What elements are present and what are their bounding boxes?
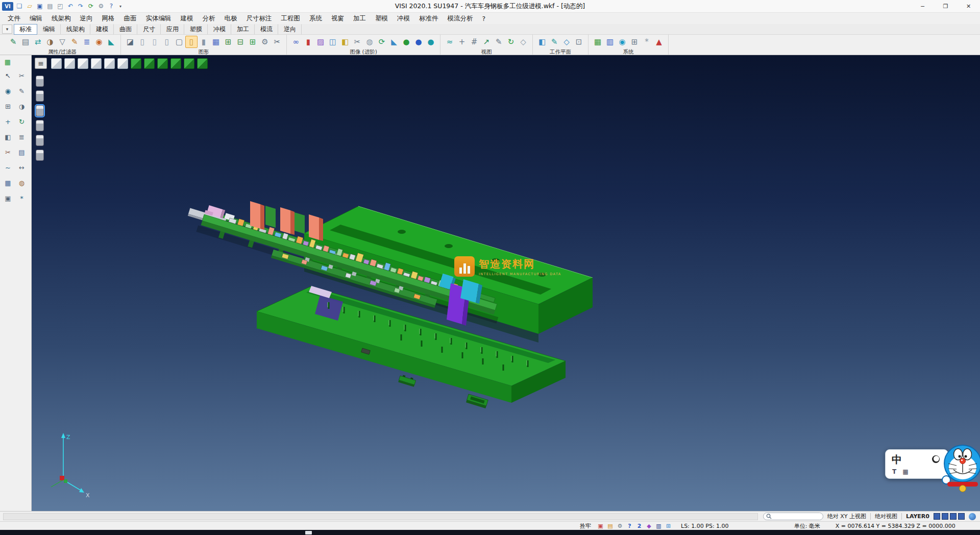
settings-red-icon[interactable]: ▲	[653, 36, 665, 48]
open-file-icon[interactable]: ▱	[24, 2, 35, 11]
new-file-icon[interactable]: ❏	[14, 2, 24, 11]
ribbon-tab[interactable]: 曲面	[114, 24, 137, 35]
color-filter-icon[interactable]: ◉	[93, 36, 105, 48]
status-search-box[interactable]	[763, 513, 823, 520]
grid-tool-icon[interactable]: ⊞	[2, 101, 14, 112]
sphere-green-icon[interactable]: ●	[400, 36, 412, 48]
minimize-button[interactable]: ─	[911, 0, 934, 12]
clip-plane-icon-2[interactable]	[36, 90, 44, 102]
layer-remove-icon[interactable]: ⊟	[234, 36, 247, 48]
workplane-align-icon[interactable]: ◇	[560, 36, 573, 48]
ribbon-tab[interactable]: 模流	[255, 24, 278, 35]
view-refresh-icon[interactable]: ↻	[505, 36, 517, 48]
absolute-view-label[interactable]: 绝对视图	[875, 513, 897, 520]
view-glasses-icon[interactable]: ∞	[290, 36, 302, 48]
view-top-icon[interactable]	[64, 58, 75, 69]
render-transparent-icon[interactable]	[184, 58, 194, 69]
menu-item[interactable]: 塑模	[371, 14, 393, 23]
notes-tool-icon[interactable]: ▤	[16, 147, 28, 158]
cut-tool-icon[interactable]: ✂	[2, 147, 14, 158]
menu-item[interactable]: 文件	[3, 14, 25, 23]
curve-tool-icon[interactable]: ~	[2, 162, 14, 173]
blank-element-icon[interactable]: ▯	[136, 36, 149, 48]
solid-display-icon[interactable]: ▮	[198, 36, 210, 48]
lock-toggle[interactable]: 拴牢	[577, 522, 594, 530]
workplane-view-icon[interactable]: ⊡	[573, 36, 585, 48]
select-box-icon[interactable]: ▢	[173, 36, 185, 48]
palette-tool-icon[interactable]: ◍	[16, 177, 28, 188]
active-layer-label[interactable]: LAYER0	[906, 513, 929, 520]
ribbon-tab[interactable]: 线架构	[61, 24, 90, 35]
menu-item[interactable]: 线架构	[47, 14, 76, 23]
mirror-tool-icon[interactable]: ◧	[2, 131, 14, 142]
view-isometric-icon[interactable]	[51, 58, 62, 69]
qat-more-button[interactable]: ▾	[117, 2, 124, 11]
refresh-icon[interactable]: ⟳	[86, 2, 96, 11]
workplane-edit-icon[interactable]: ✎	[548, 36, 560, 48]
menu-item[interactable]: 标准件	[414, 14, 443, 23]
section-cut-icon[interactable]: ✂	[351, 36, 363, 48]
render-hidden-line-icon[interactable]	[144, 58, 155, 69]
ribbon-tab[interactable]: 尺寸	[137, 24, 161, 35]
group-elements-icon[interactable]: ▦	[210, 36, 222, 48]
image-export-icon[interactable]: ▤	[606, 522, 615, 530]
viewport-3d[interactable]: Z X ≡ 智造资料网 INTELLIGENT MA	[32, 55, 980, 511]
undo-icon[interactable]: ↶	[65, 2, 76, 11]
menu-item[interactable]: 工程图	[277, 14, 305, 23]
viewport-menu-icon[interactable]: ≡	[35, 58, 47, 69]
ime-keyboard-icon[interactable]: ▦	[902, 468, 908, 475]
render-traffic-icon[interactable]: ▮	[302, 36, 314, 48]
ribbon-tab[interactable]: 逆向	[278, 24, 302, 35]
layer-color-swatch[interactable]	[958, 513, 965, 520]
view-back-icon[interactable]	[117, 58, 128, 69]
view-edit-icon[interactable]: ✎	[493, 36, 505, 48]
macro-tool-icon[interactable]: *	[16, 192, 28, 204]
menu-item[interactable]: 冲模	[393, 14, 414, 23]
zoom-extents-icon[interactable]: ↗	[480, 36, 493, 48]
color-table-icon[interactable]: ▦	[592, 36, 604, 48]
clip-plane-icon-3[interactable]	[36, 105, 44, 116]
tab-overflow-button[interactable]: ▾	[2, 25, 12, 34]
transparency-icon[interactable]: ◍	[363, 36, 376, 48]
ribbon-tab[interactable]: 标准	[14, 24, 37, 35]
dimension-tool-icon[interactable]: ↔	[16, 162, 28, 173]
menu-item[interactable]: 网格	[97, 14, 119, 23]
menu-item[interactable]: 视窗	[327, 14, 349, 23]
highlight-element-icon[interactable]: ▯	[185, 36, 198, 48]
render-wireframe-icon[interactable]	[131, 58, 141, 69]
gear-tools-icon[interactable]: ⚙	[259, 36, 271, 48]
layers-tool-icon[interactable]: ▦	[2, 177, 14, 188]
ribbon-tab[interactable]: 塑膜	[184, 24, 208, 35]
menu-item[interactable]: 加工	[349, 14, 371, 23]
pan-view-icon[interactable]: +	[456, 36, 468, 48]
clip-plane-icon-6[interactable]	[36, 150, 44, 161]
attribute-copy-icon[interactable]: ▤	[19, 36, 32, 48]
taskbar-item[interactable]	[305, 531, 312, 534]
menu-item[interactable]: 建模	[176, 14, 198, 23]
attribute-swap-icon[interactable]: ⇄	[32, 36, 44, 48]
menu-item[interactable]: 逆向	[76, 14, 97, 23]
arc-tool-icon[interactable]: ◑	[16, 101, 28, 112]
snapshot-icon[interactable]: ▣	[596, 522, 605, 530]
grid-status-icon[interactable]: ⊞	[664, 522, 673, 530]
menu-item[interactable]: 电极	[220, 14, 242, 23]
view-right-icon[interactable]	[104, 58, 115, 69]
close-button[interactable]: ✕	[957, 0, 980, 12]
clip-plane-icon-5[interactable]	[36, 135, 44, 146]
grid-table-icon[interactable]: ⊞	[628, 36, 641, 48]
cut-tools-icon[interactable]: ✂	[271, 36, 283, 48]
workspace-manager-icon[interactable]: ▦	[2, 57, 13, 67]
clip-plane-icon-4[interactable]	[36, 120, 44, 131]
preview-icon[interactable]: ◰	[55, 2, 65, 11]
lighting-icon[interactable]: ◧	[339, 36, 351, 48]
rotate-tool-icon[interactable]: ↻	[16, 116, 28, 127]
move-tool-icon[interactable]: +	[2, 116, 14, 127]
windows-taskbar[interactable]	[0, 530, 980, 535]
help-status-icon[interactable]: ?	[625, 522, 634, 530]
menu-item[interactable]: 模流分析	[443, 14, 478, 23]
ime-moon-icon[interactable]	[932, 455, 940, 463]
regen-icon[interactable]: ⟳	[376, 36, 388, 48]
ribbon-tab[interactable]: 冲模	[208, 24, 231, 35]
print-icon[interactable]: ▤	[45, 2, 55, 11]
render-solid-icon[interactable]	[197, 58, 208, 69]
